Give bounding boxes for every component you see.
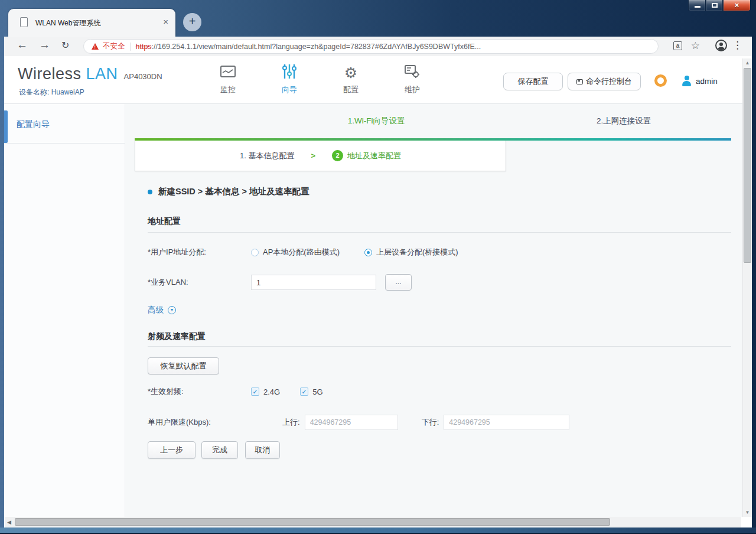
section-divider-2 [148,346,731,347]
vlan-browse-button[interactable]: ... [385,274,412,291]
device-name-line: 设备名称: HuaweiAP [19,87,84,97]
app-logo: Wireless LANAP4030DN [18,65,162,83]
wizard-steps-box: 1. 基本信息配置 > 2 地址及速率配置 [135,141,506,171]
wizard-sliders-icon [282,63,297,82]
cancel-button[interactable]: 取消 [245,441,280,459]
username: admin [696,77,718,86]
radio-upper-device[interactable] [364,249,372,256]
browser-menu-icon[interactable]: ⋮ [732,39,742,51]
effective-radio-label: *生效射频: [148,386,251,397]
help-ring-icon[interactable] [654,74,667,87]
brand-lan: LAN [86,65,118,83]
stage-tab-uplink[interactable]: 2.上网连接设置 [597,116,651,126]
step-2-badge: 2 [332,150,343,161]
sidebar-item-config-wizard[interactable]: 配置向导 [17,119,50,130]
effective-radio-row: *生效射频: ✓ 2.4G ✓ 5G [148,386,731,397]
minimize-button[interactable] [688,0,706,11]
ip-assign-row: *用户IP地址分配: AP本地分配(路由模式) 上层设备分配(桥接模式) [148,247,731,258]
monitor-icon [220,64,236,81]
user-menu[interactable]: admin [682,76,718,86]
window-frame: WLAN Web管理系统 × + × ← → ↻ ! 不安全 https://1… [0,0,756,534]
breadcrumb: 新建SSID > 基本信息 > 地址及速率配置 [148,186,309,197]
horizontal-scroll-thumb[interactable] [15,518,610,526]
rate-limit-row: 单用户限速(Kbps): 上行: 下行: [148,415,731,430]
maintain-icon [404,64,421,82]
wizard-step-1: 1. 基本信息配置 [240,151,294,161]
gear-icon: ⚙ [344,65,357,80]
downlink-rate-input[interactable] [444,415,569,430]
tab-title: WLAN Web管理系统 [35,18,100,28]
user-icon [682,76,692,86]
checkbox-24g-label[interactable]: 2.4G [263,388,280,396]
section-divider [148,232,731,233]
breadcrumb-bullet-icon [148,190,152,194]
vertical-scroll-thumb[interactable] [744,68,751,263]
radio-upper-device-label[interactable]: 上层设备分配(桥接模式) [376,247,458,258]
checkbox-5g-label[interactable]: 5G [312,388,322,396]
device-name-label: 设备名称: [19,88,49,96]
previous-step-button[interactable]: 上一步 [148,441,195,459]
main-panel: 1.Wi-Fi向导设置 2.上网连接设置 1. 基本信息配置 > 2 地址及速率… [135,104,731,517]
nav-item-config[interactable]: ⚙ 配置 [320,61,382,95]
warning-icon: ! [92,43,99,50]
vlan-input[interactable] [251,275,376,290]
device-model: AP4030DN [124,72,162,81]
checkbox-24g[interactable]: ✓ [251,388,259,396]
console-icon [576,79,583,84]
scroll-up-icon[interactable]: ▲ [743,60,752,66]
web-page: Wireless LANAP4030DN 设备名称: HuaweiAP 监控 [4,56,752,529]
sidebar-divider [4,143,125,144]
security-label[interactable]: 不安全 [103,41,125,51]
wizard-step-2: 地址及速率配置 [347,151,401,161]
checkbox-5g[interactable]: ✓ [300,388,308,396]
page-document-icon [20,17,28,27]
scroll-left-icon[interactable]: ◀ [7,519,11,525]
advanced-expand-icon[interactable]: ▾ [168,306,176,314]
vertical-scrollbar[interactable]: ▲ ▼ [742,58,752,517]
app-header: Wireless LANAP4030DN 设备名称: HuaweiAP 监控 [4,56,752,104]
profile-icon[interactable] [715,40,727,51]
wizard-buttons: 上一步 完成 取消 [148,441,280,459]
forward-icon[interactable]: → [39,38,50,51]
step-arrow-icon: > [311,151,315,160]
advanced-toggle[interactable]: 高级 ▾ [148,305,176,315]
url-scheme: https [136,43,152,51]
brand-wireless: Wireless [18,65,82,83]
finish-button[interactable]: 完成 [201,441,238,459]
translate-icon[interactable]: a [673,41,682,50]
stage-tab-wifi[interactable]: 1.Wi-Fi向导设置 [348,116,405,126]
restore-default-button[interactable]: 恢复默认配置 [148,357,219,375]
maximize-button[interactable] [706,0,723,11]
back-icon[interactable]: ← [17,38,28,51]
scroll-down-icon[interactable]: ▼ [743,510,752,515]
rate-limit-label: 单用户限速(Kbps): [148,417,251,428]
cli-console-button[interactable]: 命令行控制台 [568,73,641,90]
address-bar[interactable]: ! 不安全 https://169.254.1.1/view/main/defa… [83,39,659,54]
downlink-label: 下行: [422,417,439,428]
vlan-label: *业务VLAN: [148,277,251,288]
close-button[interactable]: × [723,0,751,11]
bookmark-star-icon[interactable]: ☆ [691,40,700,52]
save-config-button[interactable]: 保存配置 [503,73,563,90]
radio-ap-local-label[interactable]: AP本地分配(路由模式) [263,247,340,258]
nav-item-maintain[interactable]: 维护 [382,61,443,95]
uplink-rate-input[interactable] [305,415,398,430]
main-nav: 监控 向导 ⚙ 配置 维护 [197,61,443,95]
sidebar: 配置向导 [4,104,125,517]
browser-tab[interactable]: WLAN Web管理系统 × [8,9,175,37]
new-tab-button[interactable]: + [183,13,201,31]
device-name-value: HuaweiAP [51,88,84,96]
radio-ap-local[interactable] [251,249,259,256]
horizontal-scrollbar[interactable]: ◀ [5,517,741,528]
url-text: ://169.254.1.1/view/main/default.html?la… [152,43,481,51]
reload-icon[interactable]: ↻ [61,40,69,51]
window-controls: × [688,0,751,11]
ip-assign-label: *用户IP地址分配: [148,247,251,258]
address-divider [130,43,131,51]
nav-item-monitor[interactable]: 监控 [197,61,259,95]
browser-toolbar: ← → ↻ ! 不安全 https://169.254.1.1/view/mai… [4,37,752,56]
vlan-row: *业务VLAN: ... [148,274,731,291]
section-title-address: 地址配置 [148,216,181,227]
tab-close-icon[interactable]: × [163,17,168,27]
nav-item-wizard[interactable]: 向导 [259,61,320,95]
